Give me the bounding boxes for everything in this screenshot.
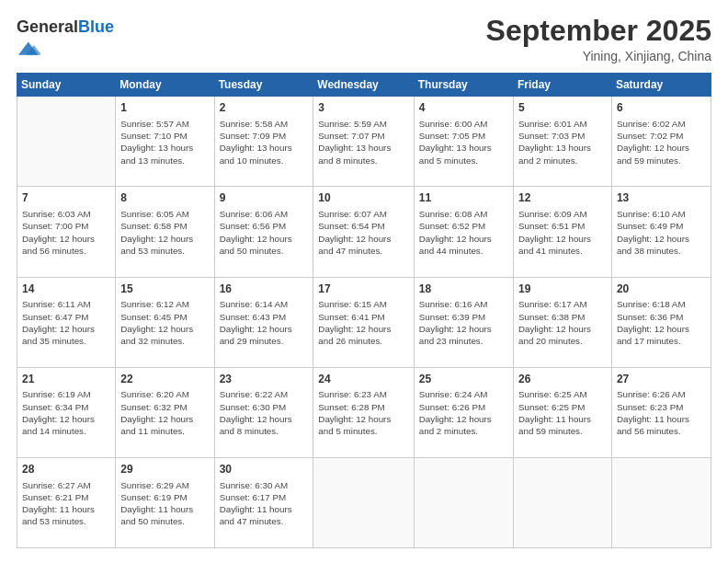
day-header-saturday: Saturday bbox=[611, 74, 711, 97]
calendar-cell: 10Sunrise: 6:07 AMSunset: 6:54 PMDayligh… bbox=[313, 187, 414, 277]
calendar-cell bbox=[313, 457, 414, 547]
cell-info: Daylight: 12 hours bbox=[120, 413, 209, 425]
day-number: 14 bbox=[22, 282, 110, 297]
calendar-header-row: SundayMondayTuesdayWednesdayThursdayFrid… bbox=[17, 74, 711, 97]
cell-info: and 5 minutes. bbox=[318, 425, 408, 437]
calendar-cell: 15Sunrise: 6:12 AMSunset: 6:45 PMDayligh… bbox=[116, 277, 214, 367]
calendar-cell: 14Sunrise: 6:11 AMSunset: 6:47 PMDayligh… bbox=[17, 277, 116, 367]
cell-info: Daylight: 12 hours bbox=[617, 142, 706, 154]
calendar-cell: 11Sunrise: 6:08 AMSunset: 6:52 PMDayligh… bbox=[414, 187, 513, 277]
cell-info: and 13 minutes. bbox=[120, 155, 209, 167]
cell-info: Sunset: 6:32 PM bbox=[120, 401, 209, 413]
day-header-tuesday: Tuesday bbox=[214, 74, 313, 97]
cell-info: Sunrise: 6:01 AM bbox=[518, 118, 607, 130]
cell-info: and 50 minutes. bbox=[220, 245, 309, 257]
cell-info: Sunset: 6:49 PM bbox=[617, 220, 706, 232]
day-number: 13 bbox=[617, 190, 706, 206]
day-number: 10 bbox=[318, 190, 408, 206]
cell-info: Sunrise: 6:02 AM bbox=[617, 118, 706, 130]
calendar-week-row: 7Sunrise: 6:03 AMSunset: 7:00 PMDaylight… bbox=[17, 187, 711, 277]
cell-info: Sunrise: 5:58 AM bbox=[220, 118, 309, 130]
cell-info: Daylight: 12 hours bbox=[220, 233, 309, 245]
calendar-cell bbox=[414, 457, 513, 547]
cell-info: Sunrise: 6:15 AM bbox=[318, 298, 408, 310]
calendar-cell: 2Sunrise: 5:58 AMSunset: 7:09 PMDaylight… bbox=[214, 97, 313, 187]
cell-info: Daylight: 11 hours bbox=[22, 503, 110, 515]
cell-info: Sunset: 6:45 PM bbox=[120, 311, 209, 323]
cell-info: Daylight: 13 hours bbox=[518, 142, 607, 154]
cell-info: Sunset: 6:51 PM bbox=[518, 220, 607, 232]
calendar-table: SundayMondayTuesdayWednesdayThursdayFrid… bbox=[17, 73, 711, 548]
day-header-wednesday: Wednesday bbox=[313, 74, 414, 97]
cell-info: Daylight: 12 hours bbox=[220, 413, 309, 425]
day-number: 3 bbox=[318, 100, 408, 116]
day-number: 16 bbox=[220, 282, 309, 297]
cell-info: Sunset: 6:21 PM bbox=[22, 491, 110, 503]
calendar-cell: 8Sunrise: 6:05 AMSunset: 6:58 PMDaylight… bbox=[116, 187, 214, 277]
location: Yining, Xinjiang, China bbox=[486, 49, 711, 63]
cell-info: Daylight: 12 hours bbox=[120, 233, 209, 245]
day-number: 22 bbox=[120, 372, 209, 387]
calendar-cell: 25Sunrise: 6:24 AMSunset: 6:26 PMDayligh… bbox=[414, 367, 513, 457]
cell-info: Sunrise: 6:14 AM bbox=[220, 298, 309, 310]
day-number: 21 bbox=[22, 372, 110, 387]
cell-info: Daylight: 13 hours bbox=[220, 142, 309, 154]
cell-info: Sunrise: 6:25 AM bbox=[518, 388, 607, 400]
cell-info: Sunset: 6:56 PM bbox=[220, 220, 309, 232]
cell-info: and 11 minutes. bbox=[120, 425, 209, 437]
calendar-cell: 17Sunrise: 6:15 AMSunset: 6:41 PMDayligh… bbox=[313, 277, 414, 367]
calendar-cell bbox=[17, 97, 116, 187]
cell-info: Sunrise: 6:19 AM bbox=[22, 388, 110, 400]
day-number: 4 bbox=[419, 100, 508, 116]
cell-info: and 23 minutes. bbox=[419, 335, 508, 347]
cell-info: and 10 minutes. bbox=[220, 155, 309, 167]
day-header-sunday: Sunday bbox=[17, 74, 116, 97]
day-number: 25 bbox=[419, 372, 508, 387]
page: GeneralBlue September 2025 Yining, Xinji… bbox=[0, 0, 728, 563]
day-number: 15 bbox=[120, 282, 209, 297]
calendar-cell: 5Sunrise: 6:01 AMSunset: 7:03 PMDaylight… bbox=[514, 97, 612, 187]
cell-info: Sunrise: 6:05 AM bbox=[120, 208, 209, 220]
cell-info: Sunrise: 6:18 AM bbox=[617, 298, 706, 310]
day-number: 8 bbox=[120, 190, 209, 206]
cell-info: Sunset: 7:10 PM bbox=[120, 130, 209, 142]
month-title: September 2025 bbox=[486, 15, 711, 47]
logo-general: General bbox=[17, 17, 78, 36]
day-number: 20 bbox=[617, 282, 706, 297]
calendar-cell: 9Sunrise: 6:06 AMSunset: 6:56 PMDaylight… bbox=[214, 187, 313, 277]
cell-info: and 56 minutes. bbox=[617, 425, 706, 437]
cell-info: and 2 minutes. bbox=[518, 155, 607, 167]
cell-info: Daylight: 12 hours bbox=[518, 233, 607, 245]
calendar-cell: 16Sunrise: 6:14 AMSunset: 6:43 PMDayligh… bbox=[214, 277, 313, 367]
cell-info: Sunset: 6:28 PM bbox=[318, 401, 408, 413]
cell-info: Sunrise: 6:08 AM bbox=[419, 208, 508, 220]
cell-info: Sunrise: 6:16 AM bbox=[419, 298, 508, 310]
cell-info: Sunset: 6:25 PM bbox=[518, 401, 607, 413]
cell-info: Sunset: 6:34 PM bbox=[22, 401, 110, 413]
cell-info: and 14 minutes. bbox=[22, 425, 110, 437]
day-number: 26 bbox=[518, 372, 607, 387]
cell-info: Sunrise: 6:12 AM bbox=[120, 298, 209, 310]
cell-info: and 47 minutes. bbox=[318, 245, 408, 257]
cell-info: Daylight: 11 hours bbox=[220, 503, 309, 515]
day-header-monday: Monday bbox=[116, 74, 214, 97]
cell-info: Sunset: 6:47 PM bbox=[22, 311, 110, 323]
cell-info: Sunrise: 6:06 AM bbox=[220, 208, 309, 220]
day-number: 30 bbox=[220, 462, 309, 477]
cell-info: Sunrise: 6:11 AM bbox=[22, 298, 110, 310]
cell-info: Sunset: 6:26 PM bbox=[419, 401, 508, 413]
cell-info: Sunrise: 6:24 AM bbox=[419, 388, 508, 400]
calendar-cell: 30Sunrise: 6:30 AMSunset: 6:17 PMDayligh… bbox=[214, 457, 313, 547]
cell-info: Sunrise: 6:26 AM bbox=[617, 388, 706, 400]
day-number: 23 bbox=[220, 372, 309, 387]
day-number: 9 bbox=[220, 190, 309, 206]
calendar-cell: 22Sunrise: 6:20 AMSunset: 6:32 PMDayligh… bbox=[116, 367, 214, 457]
cell-info: and 53 minutes. bbox=[120, 245, 209, 257]
calendar-cell: 19Sunrise: 6:17 AMSunset: 6:38 PMDayligh… bbox=[514, 277, 612, 367]
cell-info: Sunset: 6:23 PM bbox=[617, 401, 706, 413]
title-block: September 2025 Yining, Xinjiang, China bbox=[486, 15, 711, 63]
cell-info: Daylight: 12 hours bbox=[419, 233, 508, 245]
day-number: 7 bbox=[22, 190, 110, 206]
header: GeneralBlue September 2025 Yining, Xinji… bbox=[17, 15, 711, 63]
cell-info: Sunset: 7:07 PM bbox=[318, 130, 408, 142]
